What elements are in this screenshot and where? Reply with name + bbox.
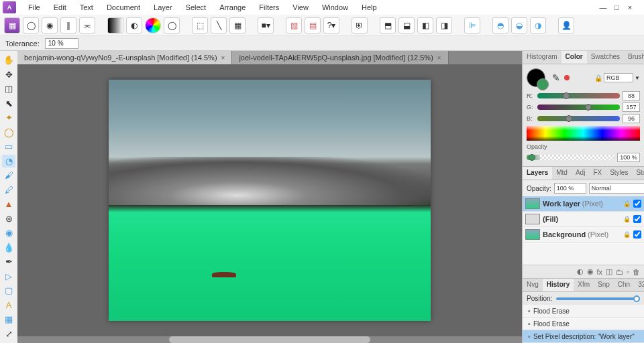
clip3-icon[interactable]: ◑ xyxy=(530,17,546,33)
persona-icon[interactable]: ▦ xyxy=(4,17,20,33)
marquee-tool-icon[interactable]: ▭ xyxy=(2,140,15,153)
menu-filters[interactable]: Filters xyxy=(252,1,286,13)
minimize-button[interactable]: — xyxy=(598,3,608,12)
lasso-tool-icon[interactable]: ◯ xyxy=(2,126,15,139)
fx-icon[interactable]: fx xyxy=(597,268,603,276)
chevron-down-icon[interactable]: ▼ xyxy=(635,75,640,81)
eyedropper-tool-icon[interactable]: ⤢ xyxy=(2,328,15,341)
pointer-tool-icon[interactable]: ⬉ xyxy=(2,97,15,111)
lock-icon[interactable]: 🔒 xyxy=(594,74,602,82)
menu-window[interactable]: Window xyxy=(315,1,355,13)
color-wheel-icon[interactable] xyxy=(145,17,161,33)
tolerance-input[interactable] xyxy=(45,38,78,49)
node-tool-icon[interactable]: ▷ xyxy=(2,270,15,283)
tab-adj[interactable]: Adj xyxy=(572,167,589,180)
wand-tool-icon[interactable]: ✦ xyxy=(2,111,15,125)
green-input[interactable] xyxy=(623,102,640,112)
flame-tool-icon[interactable]: ▲ xyxy=(2,198,15,211)
layer-row[interactable]: Work layer (Pixel)🔒 xyxy=(523,196,644,212)
tab-fx[interactable]: FX xyxy=(589,167,606,180)
blue-input[interactable] xyxy=(623,114,640,123)
contrast-icon[interactable]: ◐ xyxy=(126,17,142,33)
close-button[interactable]: × xyxy=(625,3,635,12)
document-tab[interactable]: benjamin-wong-qVywyNo9_-E-unsplash [Modi… xyxy=(17,51,232,64)
history-position-slider[interactable] xyxy=(556,297,640,300)
drop-tool-icon[interactable]: 💧 xyxy=(2,241,15,255)
blue-slider[interactable] xyxy=(537,116,620,121)
menu-file[interactable]: File xyxy=(21,1,47,13)
tab-swatches[interactable]: Swatches xyxy=(587,51,624,64)
menu-text[interactable]: Text xyxy=(73,1,100,13)
mask-icon[interactable]: ◐ xyxy=(577,267,584,276)
stamp-tool-icon[interactable]: ⊛ xyxy=(2,212,15,226)
red-input[interactable] xyxy=(623,91,640,100)
gradient-icon[interactable] xyxy=(107,17,123,33)
opacity-input[interactable] xyxy=(617,153,640,162)
shape-tool-icon[interactable]: ▢ xyxy=(2,284,15,297)
crop-tool-icon[interactable]: ◫ xyxy=(2,82,15,96)
layers2-icon[interactable]: ⬓ xyxy=(398,17,415,33)
maximize-button[interactable]: □ xyxy=(612,3,621,12)
align-icon[interactable]: ⊫ xyxy=(464,17,480,33)
tab-history[interactable]: History xyxy=(543,279,574,291)
circle-tool-icon[interactable]: ◯ xyxy=(23,17,39,33)
canvas[interactable] xyxy=(17,64,522,336)
shield-icon[interactable]: ⛨ xyxy=(352,17,368,33)
tab-snp[interactable]: Snp xyxy=(594,279,614,291)
grid-tool-icon[interactable]: ▦ xyxy=(2,313,15,326)
move-tool-icon[interactable]: ✥ xyxy=(2,68,15,82)
close-tab-icon[interactable]: × xyxy=(437,54,441,62)
foreground-color-swatch[interactable] xyxy=(527,68,545,87)
tab-stock[interactable]: Stock xyxy=(632,167,644,180)
paint-tool-icon[interactable]: 🖊 xyxy=(2,184,15,197)
background-color-swatch[interactable] xyxy=(537,78,549,90)
stack1-icon[interactable]: ▧ xyxy=(286,17,302,33)
opacity-slider[interactable] xyxy=(527,155,614,160)
layers1-icon[interactable]: ⬒ xyxy=(380,17,396,33)
tab-xfm[interactable]: Xfm xyxy=(574,279,594,291)
line-icon[interactable]: ╲ xyxy=(211,17,227,33)
tab-chn[interactable]: Chn xyxy=(614,279,634,291)
delete-layer-icon[interactable]: 🗑 xyxy=(633,268,640,276)
add-layer-icon[interactable]: ▫ xyxy=(627,268,629,276)
tab-32p[interactable]: 32P xyxy=(634,279,644,291)
marquee-icon[interactable]: ⬚ xyxy=(192,17,208,33)
green-slider[interactable] xyxy=(537,105,620,110)
square-fill-icon[interactable]: ■▾ xyxy=(258,17,274,33)
history-item[interactable]: ▪Set Pixel description: "Work layer" xyxy=(523,330,644,343)
history-item[interactable]: ▪Flood Erase xyxy=(523,305,644,318)
menu-arrange[interactable]: Arrange xyxy=(213,1,252,13)
clip1-icon[interactable]: ◓ xyxy=(492,17,508,33)
menu-layer[interactable]: Layer xyxy=(147,1,179,13)
eyedropper-icon[interactable]: ✎ xyxy=(552,72,560,83)
layer-row[interactable]: (Fill) 🔒 xyxy=(523,212,644,227)
layers4-icon[interactable]: ◨ xyxy=(436,17,452,33)
swirl-icon[interactable]: ◯ xyxy=(164,17,180,33)
tab-layers[interactable]: Layers xyxy=(523,167,552,180)
color-spectrum[interactable] xyxy=(527,126,640,141)
user-icon[interactable]: 👤 xyxy=(558,17,574,33)
tab-color[interactable]: Color xyxy=(561,51,587,64)
share-icon[interactable]: ⫘ xyxy=(79,17,95,33)
layer-visible-checkbox[interactable] xyxy=(633,200,641,208)
text-tool-icon[interactable]: A xyxy=(2,299,15,312)
layer-opacity-input[interactable] xyxy=(554,183,586,194)
document-tab[interactable]: joel-vodell-TApAkERW5pQ-unsplash.jpg [Mo… xyxy=(232,51,448,64)
layers3-icon[interactable]: ◧ xyxy=(417,17,433,33)
layer-visible-checkbox[interactable] xyxy=(633,230,641,238)
crop-layer-icon[interactable]: ◫ xyxy=(606,267,612,276)
color-mode-select[interactable] xyxy=(604,73,633,82)
menu-view[interactable]: View xyxy=(286,1,315,13)
blend-mode-select[interactable] xyxy=(589,183,644,194)
tab-brushes[interactable]: Brushes xyxy=(624,51,644,64)
red-slider[interactable] xyxy=(537,93,620,98)
tab-mtd[interactable]: Mtd xyxy=(552,167,572,180)
menu-edit[interactable]: Edit xyxy=(47,1,73,13)
help-icon[interactable]: ?▾ xyxy=(323,17,339,33)
grid-icon[interactable]: ▦ xyxy=(229,17,246,33)
tab-styles[interactable]: Styles xyxy=(606,167,632,180)
adjust-icon[interactable]: ◉ xyxy=(587,267,594,276)
tab-nvg[interactable]: Nvg xyxy=(523,279,543,291)
history-item[interactable]: ▪Flood Erase xyxy=(523,318,644,330)
target-icon[interactable]: ◉ xyxy=(42,17,58,33)
